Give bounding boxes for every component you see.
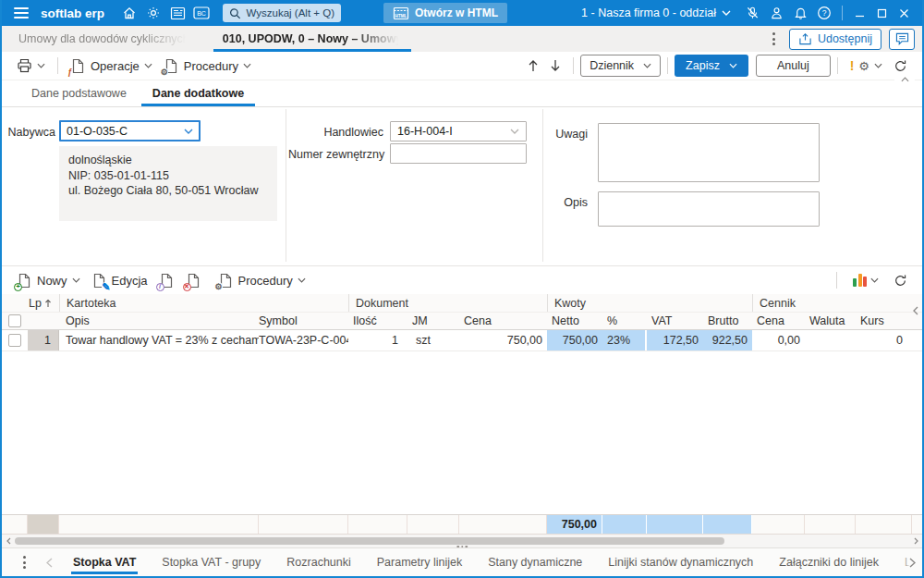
top-bar: softlab erp BC Wyszukaj (Alt + Q) HTML O… <box>2 0 922 26</box>
cell-symbol[interactable]: TOWA-23P-C-004 <box>259 330 348 350</box>
procedury-lines-button[interactable]: ⚙ Procedury <box>213 270 311 291</box>
cell-vat[interactable]: 172,50 <box>647 330 703 350</box>
chevron-left-icon <box>913 306 918 315</box>
feedback-button[interactable] <box>889 29 915 50</box>
column-header-kurs[interactable]: Kurs <box>856 313 912 329</box>
collapse-columns-button[interactable] <box>913 306 918 315</box>
refresh-grid-button[interactable] <box>888 271 913 290</box>
anuluj-button[interactable]: Anuluj <box>756 55 831 77</box>
column-header-ilosc[interactable]: Ilość <box>348 313 407 329</box>
open-in-html-button[interactable]: HTML Otwórz w HTML <box>383 3 507 23</box>
tab-umowy-list[interactable]: Umowy dla dowodów cyklicznych <box>2 26 206 52</box>
column-header-vat[interactable]: VAT <box>647 313 703 329</box>
tab-umowa-nowy[interactable]: 010, UPODW, 0 – Nowy – Umowy dla p <box>206 26 419 52</box>
document-tab-bar: Umowy dla dowodów cyklicznych 010, UPODW… <box>2 26 922 52</box>
row-checkbox[interactable] <box>8 334 21 347</box>
printer-icon <box>17 58 32 73</box>
select-all-checkbox[interactable] <box>8 314 21 327</box>
handlowiec-combobox[interactable]: 16-H-004-I <box>390 121 527 141</box>
microphone-muted-icon[interactable] <box>740 3 764 23</box>
edycja-button[interactable]: ✎ Edycja <box>86 270 153 291</box>
dziennik-dropdown[interactable]: Dziennik <box>580 55 661 77</box>
help-icon[interactable]: ? <box>812 3 836 23</box>
tab-stany-dynamiczne[interactable]: Stany dynamiczne <box>475 548 595 576</box>
bc-icon[interactable]: BC <box>189 3 213 23</box>
cell-netto[interactable]: 750,00 <box>547 330 602 350</box>
move-down-button[interactable] <box>544 56 566 75</box>
operacje-menu-button[interactable]: ƒ Operacje <box>65 55 158 77</box>
tab-linijki-stanow-dynamicznych[interactable]: Linijki stanów dynamicznych <box>595 548 766 576</box>
cell-procent[interactable]: 23% <box>602 330 647 350</box>
tab-parametry-linijek[interactable]: Parametry linijek <box>364 548 475 576</box>
tab-rozrachunki[interactable]: Rozrachunki <box>274 548 363 576</box>
collapse-panel-button[interactable] <box>894 74 915 85</box>
line-delete-button[interactable]: ✕ <box>180 270 207 291</box>
chart-view-button[interactable] <box>853 274 879 287</box>
column-header-netto[interactable]: Netto <box>547 313 602 329</box>
scroll-right-arrow[interactable] <box>910 535 921 547</box>
refresh-button[interactable] <box>888 56 913 76</box>
home-icon[interactable] <box>117 3 141 23</box>
refresh-icon <box>894 59 907 73</box>
minimize-button[interactable] <box>848 3 870 23</box>
scroll-left-arrow[interactable] <box>3 535 14 547</box>
tab-dane-dodatkowe[interactable]: Dane dodatkowe <box>140 80 257 106</box>
column-header-symbol[interactable]: Symbol <box>259 313 348 329</box>
nabywca-combobox[interactable]: 01-O-035-C <box>59 120 201 141</box>
procedury-menu-button[interactable]: ⚙ Procedury <box>158 55 257 77</box>
column-header-jm[interactable]: JM <box>407 313 459 329</box>
close-button[interactable] <box>893 3 915 23</box>
maximize-button[interactable] <box>870 3 893 23</box>
column-header-cena-cennik[interactable]: Cena <box>752 313 805 329</box>
bottom-tabs-menu-icon[interactable] <box>9 548 39 576</box>
tab-dane-podstawowe[interactable]: Dane podstawowe <box>18 80 140 106</box>
zapisz-button[interactable]: Zapisz <box>675 55 748 77</box>
share-button[interactable]: Udostępnij <box>789 29 881 50</box>
grid-empty-area[interactable] <box>2 351 922 514</box>
cell-waluta[interactable] <box>805 330 856 350</box>
summary-row: 750,00 <box>2 514 922 535</box>
company-selector[interactable]: 1 - Nasza firma 0 - oddział <box>581 6 731 19</box>
line-info-button[interactable]: i <box>153 270 180 291</box>
tab-stopka-vat-grupy[interactable]: Stopka VAT - grupy <box>149 548 274 576</box>
user-icon[interactable] <box>764 3 788 23</box>
chevron-down-icon <box>184 129 193 134</box>
scrollbar-thumb[interactable] <box>15 537 724 545</box>
uwagi-textarea[interactable] <box>598 123 820 182</box>
tab-overflow-menu-icon[interactable] <box>767 32 782 45</box>
column-header-waluta[interactable]: Waluta <box>805 313 856 329</box>
hamburger-menu-icon[interactable] <box>9 3 33 23</box>
cell-kurs[interactable]: 0 <box>856 330 912 350</box>
bottom-tabs-scroll-right[interactable] <box>902 548 922 576</box>
cell-jm[interactable]: szt <box>407 330 459 350</box>
tab-stopka-vat[interactable]: Stopka VAT <box>60 548 149 576</box>
chevron-down-icon <box>874 63 882 68</box>
notifications-bell-icon[interactable] <box>788 3 812 23</box>
share-icon <box>798 32 812 45</box>
horizontal-scrollbar[interactable] <box>2 535 922 547</box>
print-button[interactable] <box>11 55 51 76</box>
column-header-brutto[interactable]: Brutto <box>703 313 752 329</box>
cell-cena[interactable]: 750,00 <box>459 330 547 350</box>
assistant-icon[interactable] <box>141 3 165 23</box>
column-header-lp[interactable]: Lp <box>28 294 59 312</box>
nowy-button[interactable]: + Nowy <box>11 270 86 291</box>
news-icon[interactable] <box>165 3 189 23</box>
column-header-procent[interactable]: % <box>602 313 647 329</box>
numer-zewnetrzny-input[interactable] <box>390 143 527 164</box>
search-input[interactable]: Wyszukaj (Alt + Q) <box>223 4 341 22</box>
alerts-settings-button[interactable]: ! ⚙ <box>845 55 888 76</box>
cell-brutto[interactable]: 922,50 <box>703 330 752 350</box>
move-up-button[interactable] <box>522 56 544 75</box>
column-header-cena[interactable]: Cena <box>459 313 547 329</box>
record-toolbar: ƒ Operacje ⚙ Procedury Dziennik Zapisz <box>2 52 922 80</box>
cell-opis[interactable]: Towar handlowy VAT = 23% z cechami 004 <box>59 330 259 350</box>
cell-cena-cennik[interactable]: 0,00 <box>752 330 805 350</box>
bottom-tabs-scroll-left[interactable] <box>39 548 60 576</box>
tab-zalaczniki-do-linijek[interactable]: Załączniki do linijek <box>766 548 892 576</box>
table-row[interactable]: 1 Towar handlowy VAT = 23% z cechami 004… <box>2 330 922 351</box>
lines-grid: Lp Kartoteka Dokument Kwoty Cennik Opis … <box>2 294 922 547</box>
opis-textarea[interactable] <box>598 191 820 227</box>
column-header-opis[interactable]: Opis <box>59 313 259 329</box>
cell-ilosc[interactable]: 1 <box>348 330 407 350</box>
